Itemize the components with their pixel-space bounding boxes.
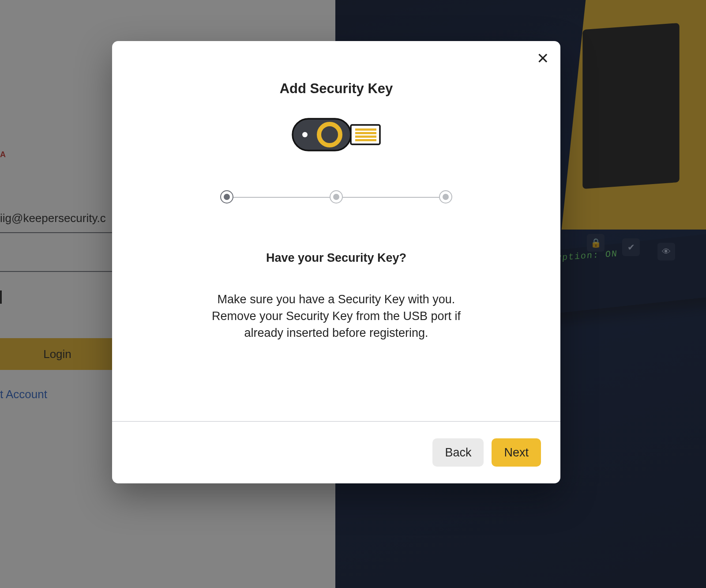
svg-rect-4 <box>355 128 376 131</box>
svg-rect-6 <box>355 136 376 138</box>
step-3 <box>439 190 452 204</box>
modal-title: Add Security Key <box>280 81 393 97</box>
svg-rect-7 <box>355 139 376 141</box>
modal-footer: Back Next <box>112 421 560 483</box>
security-key-icon <box>290 115 383 157</box>
add-security-key-modal: ✕ Add Security Key <box>112 41 560 483</box>
svg-rect-3 <box>351 125 380 144</box>
modal-subheading: Have your Security Key? <box>266 251 406 265</box>
close-icon[interactable]: ✕ <box>537 51 549 66</box>
svg-point-1 <box>302 132 308 137</box>
step-1 <box>220 190 233 204</box>
step-indicator <box>220 190 452 204</box>
step-2 <box>330 190 343 204</box>
next-button[interactable]: Next <box>492 438 541 467</box>
back-button[interactable]: Back <box>432 438 484 467</box>
svg-rect-5 <box>355 132 376 134</box>
modal-description: Make sure you have a Security Key with y… <box>204 291 469 341</box>
